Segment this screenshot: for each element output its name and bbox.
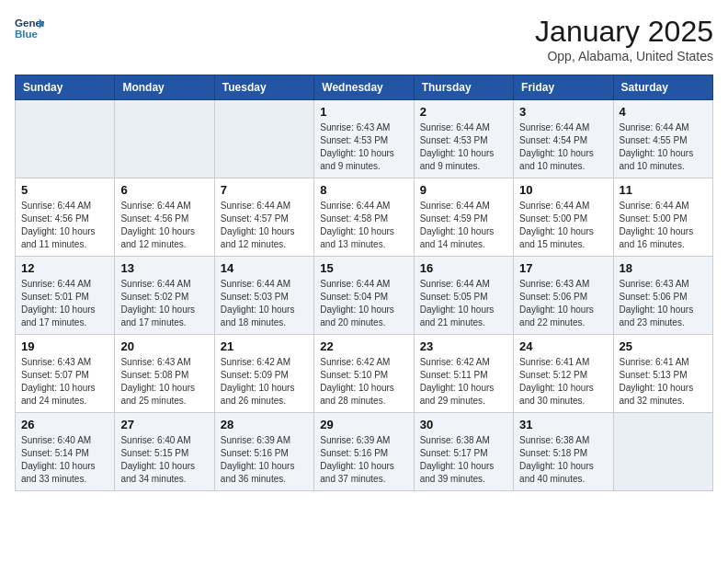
- day-info: Sunrise: 6:42 AM Sunset: 5:11 PM Dayligh…: [420, 356, 507, 408]
- day-info: Sunrise: 6:44 AM Sunset: 4:56 PM Dayligh…: [120, 200, 208, 251]
- day-info: Sunrise: 6:44 AM Sunset: 5:01 PM Dayligh…: [21, 278, 108, 329]
- calendar-cell: 11Sunrise: 6:44 AM Sunset: 5:00 PM Dayli…: [613, 178, 712, 257]
- day-number: 28: [221, 418, 308, 431]
- day-number: 11: [620, 183, 707, 197]
- calendar-cell: 15Sunrise: 6:44 AM Sunset: 5:04 PM Dayli…: [314, 257, 414, 335]
- calendar-cell: 1Sunrise: 6:43 AM Sunset: 4:53 PM Daylig…: [314, 100, 414, 178]
- day-number: 15: [320, 261, 407, 275]
- day-number: 14: [221, 261, 308, 275]
- weekday-header-friday: Friday: [514, 75, 613, 100]
- day-number: 9: [420, 183, 507, 197]
- weekday-header-row: SundayMondayTuesdayWednesdayThursdayFrid…: [16, 75, 713, 100]
- day-number: 17: [519, 261, 607, 275]
- day-info: Sunrise: 6:39 AM Sunset: 5:16 PM Dayligh…: [221, 434, 308, 486]
- weekday-header-tuesday: Tuesday: [214, 75, 313, 100]
- day-number: 24: [519, 339, 607, 353]
- title-block: January 2025 Opp, Alabama, United States: [535, 15, 713, 63]
- weekday-header-wednesday: Wednesday: [314, 75, 414, 100]
- calendar-cell: 3Sunrise: 6:44 AM Sunset: 4:54 PM Daylig…: [514, 100, 613, 178]
- calendar-cell: 21Sunrise: 6:42 AM Sunset: 5:09 PM Dayli…: [214, 335, 313, 413]
- calendar-cell: 30Sunrise: 6:38 AM Sunset: 5:17 PM Dayli…: [414, 413, 513, 491]
- day-info: Sunrise: 6:44 AM Sunset: 4:54 PM Dayligh…: [519, 121, 607, 173]
- day-info: Sunrise: 6:40 AM Sunset: 5:15 PM Dayligh…: [120, 434, 208, 486]
- calendar-cell: 28Sunrise: 6:39 AM Sunset: 5:16 PM Dayli…: [214, 413, 313, 491]
- location: Opp, Alabama, United States: [535, 49, 713, 63]
- day-info: Sunrise: 6:44 AM Sunset: 5:00 PM Dayligh…: [519, 200, 607, 251]
- day-number: 2: [420, 105, 507, 119]
- day-number: 7: [221, 183, 308, 197]
- day-info: Sunrise: 6:38 AM Sunset: 5:18 PM Dayligh…: [519, 434, 607, 486]
- calendar-cell: 31Sunrise: 6:38 AM Sunset: 5:18 PM Dayli…: [514, 413, 613, 491]
- day-info: Sunrise: 6:44 AM Sunset: 4:57 PM Dayligh…: [221, 200, 308, 251]
- day-number: 23: [420, 339, 507, 353]
- day-info: Sunrise: 6:41 AM Sunset: 5:12 PM Dayligh…: [519, 356, 607, 408]
- day-number: 13: [120, 261, 208, 275]
- day-info: Sunrise: 6:41 AM Sunset: 5:13 PM Dayligh…: [620, 356, 707, 408]
- day-info: Sunrise: 6:44 AM Sunset: 4:58 PM Dayligh…: [320, 200, 407, 251]
- day-info: Sunrise: 6:44 AM Sunset: 4:53 PM Dayligh…: [420, 121, 507, 173]
- calendar-cell: 26Sunrise: 6:40 AM Sunset: 5:14 PM Dayli…: [16, 413, 115, 491]
- calendar-week-row: 19Sunrise: 6:43 AM Sunset: 5:07 PM Dayli…: [16, 335, 713, 413]
- calendar-cell: 23Sunrise: 6:42 AM Sunset: 5:11 PM Dayli…: [414, 335, 513, 413]
- day-number: 29: [320, 418, 407, 431]
- day-info: Sunrise: 6:43 AM Sunset: 5:07 PM Dayligh…: [21, 356, 108, 408]
- calendar-cell: [214, 100, 313, 178]
- day-info: Sunrise: 6:44 AM Sunset: 5:04 PM Dayligh…: [320, 278, 407, 329]
- calendar-week-row: 12Sunrise: 6:44 AM Sunset: 5:01 PM Dayli…: [16, 257, 713, 335]
- day-info: Sunrise: 6:42 AM Sunset: 5:10 PM Dayligh…: [320, 356, 407, 408]
- day-number: 19: [21, 339, 108, 353]
- page-header: General Blue January 2025 Opp, Alabama, …: [15, 15, 713, 63]
- calendar-cell: [115, 100, 214, 178]
- calendar-cell: 22Sunrise: 6:42 AM Sunset: 5:10 PM Dayli…: [314, 335, 414, 413]
- day-number: 21: [221, 339, 308, 353]
- day-number: 6: [120, 183, 208, 197]
- calendar-table: SundayMondayTuesdayWednesdayThursdayFrid…: [15, 75, 713, 491]
- day-info: Sunrise: 6:43 AM Sunset: 4:53 PM Dayligh…: [320, 121, 407, 173]
- day-info: Sunrise: 6:40 AM Sunset: 5:14 PM Dayligh…: [21, 434, 108, 486]
- svg-text:Blue: Blue: [15, 29, 39, 40]
- calendar-week-row: 5Sunrise: 6:44 AM Sunset: 4:56 PM Daylig…: [16, 178, 713, 257]
- calendar-cell: 16Sunrise: 6:44 AM Sunset: 5:05 PM Dayli…: [414, 257, 513, 335]
- day-info: Sunrise: 6:39 AM Sunset: 5:16 PM Dayligh…: [320, 434, 407, 486]
- calendar-cell: 25Sunrise: 6:41 AM Sunset: 5:13 PM Dayli…: [613, 335, 712, 413]
- day-info: Sunrise: 6:38 AM Sunset: 5:17 PM Dayligh…: [420, 434, 507, 486]
- calendar-cell: 27Sunrise: 6:40 AM Sunset: 5:15 PM Dayli…: [115, 413, 214, 491]
- month-title: January 2025: [535, 15, 713, 49]
- calendar-cell: 9Sunrise: 6:44 AM Sunset: 4:59 PM Daylig…: [414, 178, 513, 257]
- day-number: 12: [21, 261, 108, 275]
- day-info: Sunrise: 6:44 AM Sunset: 5:05 PM Dayligh…: [420, 278, 507, 329]
- calendar-cell: 17Sunrise: 6:43 AM Sunset: 5:06 PM Dayli…: [514, 257, 613, 335]
- day-info: Sunrise: 6:43 AM Sunset: 5:06 PM Dayligh…: [620, 278, 707, 329]
- day-number: 31: [519, 418, 607, 431]
- weekday-header-saturday: Saturday: [613, 75, 712, 100]
- day-info: Sunrise: 6:44 AM Sunset: 5:00 PM Dayligh…: [620, 200, 707, 251]
- day-info: Sunrise: 6:44 AM Sunset: 4:55 PM Dayligh…: [620, 121, 707, 173]
- weekday-header-monday: Monday: [115, 75, 214, 100]
- day-number: 18: [620, 261, 707, 275]
- weekday-header-thursday: Thursday: [414, 75, 513, 100]
- day-info: Sunrise: 6:42 AM Sunset: 5:09 PM Dayligh…: [221, 356, 308, 408]
- weekday-header-sunday: Sunday: [16, 75, 115, 100]
- calendar-cell: 24Sunrise: 6:41 AM Sunset: 5:12 PM Dayli…: [514, 335, 613, 413]
- calendar-cell: 29Sunrise: 6:39 AM Sunset: 5:16 PM Dayli…: [314, 413, 414, 491]
- calendar-week-row: 1Sunrise: 6:43 AM Sunset: 4:53 PM Daylig…: [16, 100, 713, 178]
- calendar-cell: 2Sunrise: 6:44 AM Sunset: 4:53 PM Daylig…: [414, 100, 513, 178]
- day-number: 4: [620, 105, 707, 119]
- calendar-cell: 19Sunrise: 6:43 AM Sunset: 5:07 PM Dayli…: [16, 335, 115, 413]
- day-info: Sunrise: 6:44 AM Sunset: 4:56 PM Dayligh…: [21, 200, 108, 251]
- day-info: Sunrise: 6:43 AM Sunset: 5:06 PM Dayligh…: [519, 278, 607, 329]
- day-number: 10: [519, 183, 607, 197]
- calendar-cell: 14Sunrise: 6:44 AM Sunset: 5:03 PM Dayli…: [214, 257, 313, 335]
- day-info: Sunrise: 6:44 AM Sunset: 4:59 PM Dayligh…: [420, 200, 507, 251]
- logo: General Blue: [15, 15, 48, 40]
- day-number: 16: [420, 261, 507, 275]
- calendar-cell: [613, 413, 712, 491]
- day-number: 1: [320, 105, 407, 119]
- day-number: 5: [21, 183, 108, 197]
- calendar-cell: [16, 100, 115, 178]
- calendar-cell: 10Sunrise: 6:44 AM Sunset: 5:00 PM Dayli…: [514, 178, 613, 257]
- day-number: 22: [320, 339, 407, 353]
- day-info: Sunrise: 6:44 AM Sunset: 5:02 PM Dayligh…: [120, 278, 208, 329]
- day-info: Sunrise: 6:43 AM Sunset: 5:08 PM Dayligh…: [120, 356, 208, 408]
- day-number: 25: [620, 339, 707, 353]
